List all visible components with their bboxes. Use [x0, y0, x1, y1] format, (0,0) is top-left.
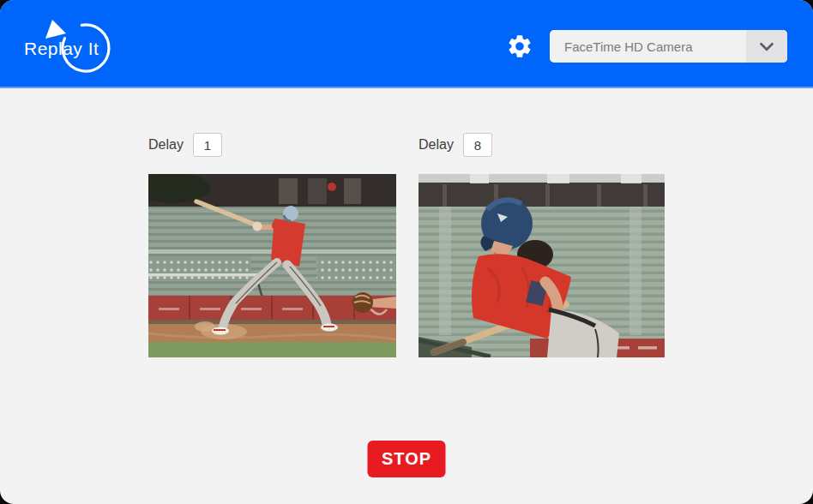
delay-label: Delay	[419, 137, 454, 153]
settings-button[interactable]	[506, 33, 533, 60]
delay-label: Delay	[148, 137, 184, 153]
delay-row: Delay	[419, 133, 665, 157]
logo-text: Replay It	[24, 39, 99, 58]
stop-button[interactable]: STOP	[368, 441, 446, 477]
camera-select-value: FaceTime HD Camera	[550, 39, 746, 54]
delay-input-left[interactable]	[193, 133, 222, 157]
replay-it-logo: Replay It	[24, 12, 120, 81]
camera-select-dropdown[interactable]: FaceTime HD Camera	[550, 30, 787, 63]
delay-input-right[interactable]	[463, 133, 492, 157]
feed-panel-right: Delay	[419, 133, 665, 357]
replay-arrowhead-icon	[45, 20, 66, 39]
gear-icon	[506, 33, 533, 60]
video-feed-right	[419, 174, 665, 357]
header-bar: Replay It FaceTime HD Camera	[0, 0, 813, 88]
delay-row: Delay	[148, 133, 396, 157]
camera-select-caret[interactable]	[746, 30, 787, 63]
chevron-down-icon	[756, 35, 778, 57]
video-feed-left	[148, 174, 396, 357]
app-window: Replay It FaceTime HD Camera Delay	[0, 0, 813, 504]
feed-panel-left: Delay	[148, 133, 396, 357]
